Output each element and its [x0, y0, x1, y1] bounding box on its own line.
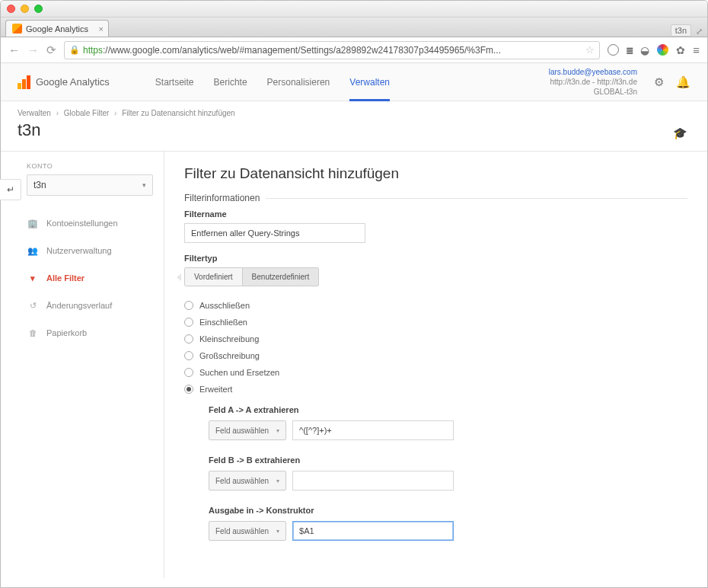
ga-account-info[interactable]: lars.budde@yeebase.com http://t3n.de - h…	[549, 67, 637, 97]
bookmark-star-icon[interactable]: ☆	[585, 44, 595, 56]
funnel-icon: ▾	[27, 273, 39, 283]
radio-kleinschreibung[interactable]: Kleinschreibung	[184, 331, 687, 347]
graduation-cap-icon[interactable]: 🎓	[673, 126, 687, 140]
admin-sidebar: ↵ KONTO t3n ▾ 🏢 Kontoeinstellungen 👥 Nut…	[1, 152, 164, 578]
collapse-sidebar-button[interactable]: ↵	[0, 179, 21, 200]
url-scheme: https	[83, 45, 103, 56]
radio-grossschreibung[interactable]: Großschreibung	[184, 347, 687, 364]
chevron-down-icon: ▾	[276, 427, 279, 434]
user-email: lars.budde@yeebase.com	[549, 67, 637, 77]
radio-einschliessen[interactable]: Einschließen	[184, 314, 687, 331]
pocket-icon[interactable]: ◒	[640, 44, 649, 56]
field-b-select[interactable]: Feld auswählen▾	[209, 471, 286, 491]
radio-suchen-ersetzen[interactable]: Suchen und Ersetzen	[184, 364, 687, 381]
ga-brand-text: Google Analytics	[36, 76, 110, 88]
sidebar-item-papierkorb[interactable]: 🗑 Papierkorb	[27, 319, 164, 347]
ga-top-bar: Google Analytics Startseite Berichte Per…	[1, 63, 707, 101]
close-window-button[interactable]	[7, 5, 15, 13]
crumb-2[interactable]: Globale Filter	[64, 109, 109, 117]
tab-berichte[interactable]: Berichte	[214, 63, 247, 101]
minimize-window-button[interactable]	[21, 5, 29, 13]
field-output-label: Ausgabe in -> Konstruktor	[209, 506, 687, 515]
notifications-bell-icon[interactable]: 🔔	[676, 75, 690, 89]
page-title: t3n	[18, 120, 690, 140]
field-b-input[interactable]	[292, 471, 454, 491]
ga-logo[interactable]: Google Analytics	[18, 75, 110, 89]
url-host: ://www.google.com	[103, 45, 180, 56]
lock-icon: 🔒	[69, 45, 80, 55]
konto-label: KONTO	[27, 162, 164, 170]
main-content: Filter zu Datenansicht hinzufügen Filter…	[164, 152, 707, 578]
tab-title: Google Analytics	[26, 24, 88, 34]
svg-rect-2	[27, 75, 30, 89]
tab-benutzerdefiniert[interactable]: Benutzerdefiniert	[242, 268, 319, 286]
browser-tab-strip: Google Analytics × t3n ⤢	[1, 18, 707, 37]
property-line: http://t3n.de - http://t3n.de	[549, 77, 637, 87]
url-path: /analytics/web/#management/Settings/a289…	[180, 45, 501, 56]
sidebar-item-label: Änderungsverlauf	[46, 301, 112, 310]
zoom-window-button[interactable]	[34, 5, 43, 13]
ga-favicon	[12, 24, 22, 34]
sidebar-item-label: Papierkorb	[46, 328, 87, 337]
field-output-input[interactable]	[292, 521, 454, 541]
page-header: Verwalten › Globale Filter › Filter zu D…	[1, 101, 707, 152]
account-selector[interactable]: t3n ▾	[27, 174, 153, 196]
sidebar-item-nutzerverwaltung[interactable]: 👥 Nutzerverwaltung	[27, 237, 164, 264]
extension-icons: ▬▬▬ ◒ ✿ ≡	[608, 43, 700, 56]
back-icon[interactable]: ←	[8, 43, 20, 56]
ga-nav-tabs: Startseite Berichte Personalisieren Verw…	[155, 63, 390, 101]
colorpicker-icon[interactable]	[657, 44, 668, 56]
forward-icon[interactable]: →	[27, 43, 39, 56]
tab-personalisieren[interactable]: Personalisieren	[267, 63, 330, 101]
form-heading: Filter zu Datenansicht hinzufügen	[184, 165, 687, 182]
buffer-icon[interactable]: ▬▬▬	[627, 46, 633, 53]
field-a-label: Feld A -> A extrahieren	[209, 405, 687, 414]
filtername-input[interactable]	[184, 223, 365, 243]
sidebar-item-label: Kontoeinstellungen	[46, 219, 118, 228]
filtername-label: Filtername	[184, 209, 687, 219]
mac-titlebar	[1, 1, 707, 18]
sidebar-item-alle-filter[interactable]: ▾ Alle Filter	[27, 264, 164, 292]
svg-rect-1	[22, 79, 26, 89]
sidebar-item-kontoeinstellungen[interactable]: 🏢 Kontoeinstellungen	[27, 209, 164, 237]
building-icon: 🏢	[27, 219, 39, 228]
radio-ausschliessen[interactable]: Ausschließen	[184, 297, 687, 314]
browser-tab[interactable]: Google Analytics ×	[5, 20, 109, 37]
chrome-menu-icon[interactable]: ≡	[693, 43, 700, 56]
chevron-down-icon: ▾	[276, 528, 279, 535]
global-line: GLOBAL-t3n	[549, 87, 637, 97]
fullscreen-icon[interactable]: ⤢	[696, 27, 703, 37]
tab-vordefiniert[interactable]: Vordefiniert	[185, 268, 242, 286]
field-output-select[interactable]: Feld auswählen▾	[209, 521, 286, 541]
breadcrumb: Verwalten › Globale Filter › Filter zu D…	[18, 109, 690, 117]
chevron-down-icon: ▾	[276, 478, 279, 484]
field-a-select[interactable]: Feld auswählen▾	[209, 420, 286, 440]
field-b-label: Feld B -> B extrahieren	[209, 455, 687, 465]
extension-gear-icon[interactable]: ✿	[676, 44, 685, 56]
settings-gear-icon[interactable]: ⚙	[654, 75, 664, 89]
radio-erweitert[interactable]: Erweitert	[184, 381, 687, 398]
filtertype-label: Filtertyp	[184, 254, 687, 263]
extension-icon-1[interactable]	[608, 44, 619, 56]
sidebar-item-label: Nutzerverwaltung	[46, 246, 112, 255]
crumb-3: Filter zu Datenansicht hinzufügen	[122, 109, 234, 117]
profile-badge[interactable]: t3n	[671, 24, 691, 37]
history-icon: ↺	[27, 301, 39, 311]
account-name: t3n	[33, 180, 46, 190]
field-a-input[interactable]	[292, 420, 454, 440]
ga-logo-icon	[18, 75, 31, 89]
tab-startseite[interactable]: Startseite	[155, 63, 194, 101]
chevron-down-icon: ▾	[142, 181, 146, 189]
browser-toolbar: ← → ⟳ 🔒 https ://www.google.com /analyti…	[1, 37, 707, 63]
tab-close-icon[interactable]: ×	[99, 24, 104, 34]
address-bar[interactable]: 🔒 https ://www.google.com /analytics/web…	[64, 41, 600, 59]
trash-icon: 🗑	[27, 328, 39, 337]
sidebar-item-label: Alle Filter	[46, 273, 85, 283]
crumb-1[interactable]: Verwalten	[18, 109, 51, 117]
svg-rect-0	[18, 83, 21, 89]
sidebar-item-aenderungsverlauf[interactable]: ↺ Änderungsverlauf	[27, 292, 164, 319]
users-icon: 👥	[27, 246, 39, 256]
reload-icon[interactable]: ⟳	[46, 43, 56, 57]
filterinfo-heading: Filterinformationen	[184, 193, 260, 203]
tab-verwalten[interactable]: Verwalten	[349, 63, 390, 101]
